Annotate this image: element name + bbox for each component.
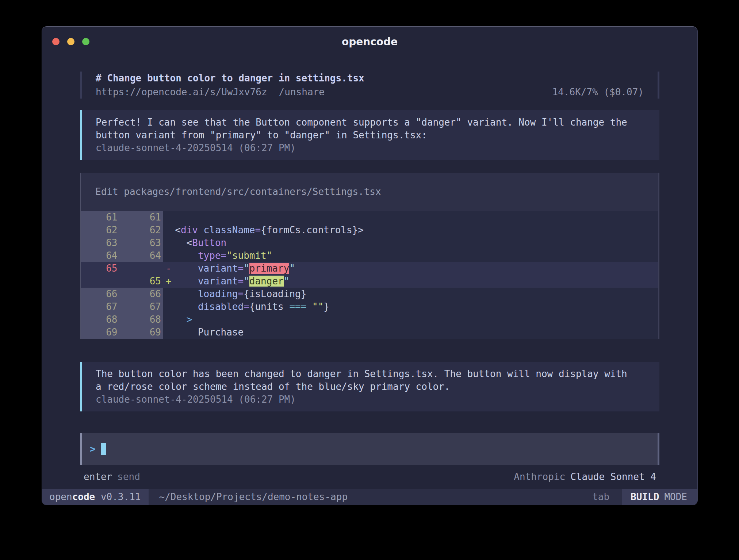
close-button[interactable] — [52, 38, 60, 45]
diff-line: 6363 <Button — [81, 237, 658, 249]
new-line-number: 63 — [120, 237, 163, 249]
old-line-number: 69 — [81, 326, 120, 339]
model-indicator: AnthropicClaude Sonnet 4 — [514, 471, 656, 483]
opencode-window: opencode # Change button color to danger… — [42, 26, 698, 505]
new-line-number: 65 — [120, 275, 163, 288]
model-timestamp: claude-sonnet-4-20250514 (06:27 PM) — [96, 393, 652, 406]
prompt-input[interactable]: > — [80, 433, 659, 465]
status-bar: opencode v0.3.11 ~/Desktop/Projects/demo… — [42, 489, 697, 505]
old-line-number: 62 — [81, 224, 120, 237]
old-line-number — [81, 275, 120, 288]
code-text: > — [163, 313, 658, 326]
new-line-number: 68 — [120, 313, 163, 326]
removed-marker: - — [166, 262, 172, 275]
new-line-number: 69 — [120, 326, 163, 339]
app-version-chip: opencode v0.3.11 — [42, 489, 149, 505]
code-text: + variant="danger" — [163, 275, 658, 288]
share-url[interactable]: https://opencode.ai/s/UwJxv76z — [96, 87, 267, 97]
window-title: opencode — [342, 36, 398, 48]
old-line-number: 66 — [81, 288, 120, 300]
assistant-message: Perfect! I can see that the Button compo… — [80, 110, 659, 160]
diff-line: 6969 Purchase — [81, 326, 658, 339]
session-title: # Change button color to danger in setti… — [96, 72, 658, 85]
new-line-number: 66 — [120, 288, 163, 300]
send-hint: entersend — [84, 471, 140, 483]
zoom-button[interactable] — [82, 38, 89, 45]
code-text: type="submit" — [163, 249, 658, 262]
diff-line: 6767 disabled={units === ""} — [81, 300, 658, 313]
traffic-lights — [52, 38, 89, 45]
diff-line: 6262 <div className={formCs.controls}> — [81, 224, 658, 237]
mode-chip[interactable]: BUILDMODE — [622, 489, 697, 505]
minimize-button[interactable] — [67, 38, 74, 45]
code-text: disabled={units === ""} — [163, 300, 658, 313]
diff-line: 6868 > — [81, 313, 658, 326]
old-line-number: 67 — [81, 300, 120, 313]
code-text: - variant="primary" — [163, 262, 658, 275]
header-right-rule — [658, 72, 659, 99]
titlebar: opencode — [42, 27, 697, 57]
working-directory: ~/Desktop/Projects/demo-notes-app — [159, 489, 348, 505]
new-line-number: 67 — [120, 300, 163, 313]
old-line-number: 65 — [81, 262, 120, 275]
message-text: Perfect! I can see that the Button compo… — [96, 116, 652, 142]
message-text: The button color has been changed to dan… — [96, 368, 652, 393]
new-line-number: 61 — [120, 211, 163, 224]
new-line-number: 62 — [120, 224, 163, 237]
new-line-number — [120, 262, 163, 275]
new-line-number: 64 — [120, 249, 163, 262]
code-text: <Button — [163, 237, 658, 249]
old-line-number: 68 — [81, 313, 120, 326]
hint-bar: entersend AnthropicClaude Sonnet 4 — [80, 471, 659, 483]
old-line-number: 64 — [81, 249, 120, 262]
old-line-number: 63 — [81, 237, 120, 249]
added-marker: + — [166, 275, 172, 288]
diff-line: 6464 type="submit" — [81, 249, 658, 262]
model-timestamp: claude-sonnet-4-20250514 (06:27 PM) — [96, 142, 652, 154]
code-text: loading={isLoading} — [163, 288, 658, 300]
main-content: # Change button color to danger in setti… — [42, 57, 697, 505]
diff-line: 65- variant="primary" — [81, 262, 658, 275]
share-line: https://opencode.ai/s/UwJxv76z/unshare — [96, 85, 325, 99]
text-cursor — [101, 443, 106, 455]
assistant-message: The button color has been changed to dan… — [80, 362, 659, 411]
diff-line: 6666 loading={isLoading} — [81, 288, 658, 300]
tab-key-hint: tab — [592, 489, 609, 505]
diff-line: 65+ variant="danger" — [81, 275, 658, 288]
code-text — [163, 211, 658, 224]
diff-view: 61616262 <div className={formCs.controls… — [81, 211, 658, 339]
token-usage: 14.6K/7% ($0.07) — [552, 85, 658, 99]
edit-tool-title: Edit packages/frontend/src/containers/Se… — [81, 173, 658, 211]
edit-tool-card: Edit packages/frontend/src/containers/Se… — [80, 173, 659, 339]
code-text: Purchase — [163, 326, 658, 339]
old-line-number: 61 — [81, 211, 120, 224]
unshare-command[interactable]: /unshare — [279, 87, 325, 97]
session-header: # Change button color to danger in setti… — [80, 72, 659, 99]
code-text: <div className={formCs.controls}> — [163, 224, 658, 237]
diff-line: 6161 — [81, 211, 658, 224]
prompt-symbol: > — [90, 444, 96, 454]
